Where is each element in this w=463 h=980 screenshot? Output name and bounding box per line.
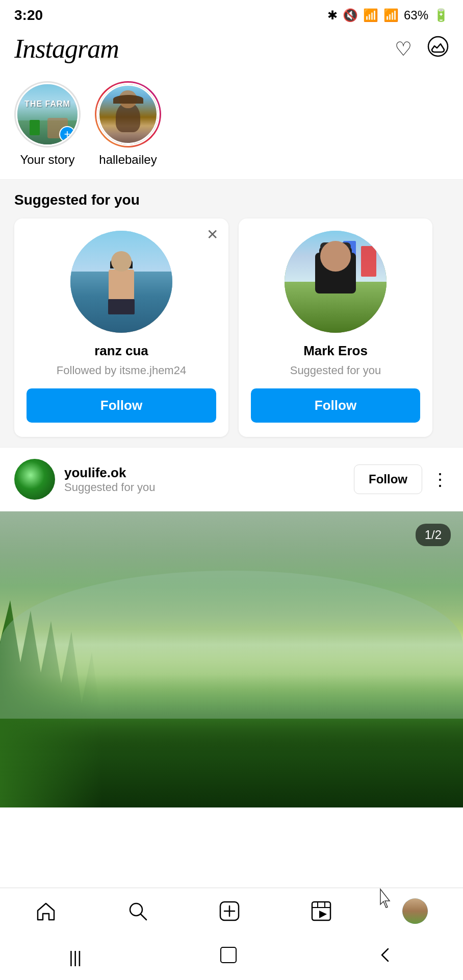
- mute-icon: 🔇: [343, 8, 358, 22]
- heart-icon[interactable]: ♡: [395, 38, 412, 60]
- close-card-ranz[interactable]: ✕: [207, 228, 218, 242]
- menu-nav-icon[interactable]: |||: [69, 948, 82, 967]
- add-story-badge[interactable]: +: [59, 126, 75, 142]
- follow-mark-button[interactable]: Follow: [251, 388, 420, 423]
- header-icons: ♡: [395, 36, 449, 62]
- bottom-nav: [0, 888, 463, 934]
- post-suggestion-info: youlife.ok Suggested for you: [64, 465, 345, 494]
- stories-section: THE FARM + Your story h: [0, 73, 463, 180]
- ranz-subtitle: Followed by itsme.jhem24: [27, 364, 216, 377]
- system-nav: |||: [0, 934, 463, 980]
- instagram-logo: Instagram: [14, 34, 119, 64]
- home-nav-icon[interactable]: [35, 900, 57, 922]
- suggested-title: Suggested for you: [0, 192, 463, 218]
- svg-line-2: [141, 914, 146, 920]
- header: Instagram ♡: [0, 29, 463, 73]
- bluetooth-icon: ✱: [327, 8, 338, 22]
- status-time: 3:20: [14, 7, 43, 23]
- youlife-username: youlife.ok: [64, 465, 345, 481]
- post-suggestion-row: youlife.ok Suggested for you Follow ⋮: [0, 447, 463, 511]
- suggestion-card-ranz: ✕: [14, 218, 228, 437]
- messenger-icon[interactable]: [427, 36, 449, 62]
- reels-nav-icon[interactable]: [311, 900, 332, 922]
- ranz-avatar[interactable]: [70, 231, 172, 333]
- your-story-avatar: THE FARM +: [16, 83, 79, 146]
- post-counter-badge: 1/2: [416, 524, 451, 546]
- youlife-subtitle: Suggested for you: [64, 481, 345, 494]
- wifi-icon: 📶: [363, 8, 378, 22]
- battery-indicator: 63%: [404, 8, 428, 22]
- hallebailey-story-label: hallebailey: [99, 153, 157, 167]
- youlife-avatar[interactable]: [14, 459, 55, 500]
- hallebailey-story-item[interactable]: hallebailey: [95, 81, 161, 167]
- mark-avatar[interactable]: [285, 231, 387, 333]
- search-nav-icon[interactable]: [127, 900, 148, 922]
- more-options-icon[interactable]: ⋮: [431, 469, 449, 489]
- svg-marker-10: [319, 911, 327, 918]
- your-story-label: Your story: [20, 153, 74, 167]
- add-nav-icon[interactable]: [219, 900, 240, 922]
- ranz-name: ranz cua: [27, 343, 216, 359]
- battery-icon: 🔋: [433, 8, 449, 22]
- signal-icon: 📶: [383, 8, 399, 22]
- svg-rect-6: [312, 902, 330, 920]
- back-nav-icon[interactable]: [376, 946, 394, 968]
- status-icons: ✱ 🔇 📶 📶 63% 🔋: [327, 8, 449, 22]
- suggested-section: Suggested for you ✕: [0, 180, 463, 447]
- post-image: 1/2: [0, 511, 463, 807]
- mark-name: Mark Eros: [251, 343, 420, 359]
- follow-youlife-button[interactable]: Follow: [354, 464, 422, 494]
- follow-ranz-button[interactable]: Follow: [27, 388, 216, 423]
- hallebailey-story-ring: [95, 81, 161, 148]
- mark-subtitle: Suggested for you: [251, 364, 420, 377]
- profile-nav-icon[interactable]: [402, 898, 428, 924]
- suggestion-card-mark: Mark Eros Suggested for you Follow: [239, 218, 432, 437]
- your-story-ring: THE FARM +: [14, 81, 81, 148]
- post-suggestion-actions: Follow ⋮: [354, 464, 449, 494]
- hallebailey-story-avatar: [96, 83, 160, 146]
- status-bar: 3:20 ✱ 🔇 📶 📶 63% 🔋: [0, 0, 463, 29]
- svg-rect-11: [221, 947, 236, 963]
- suggested-cards: ✕: [0, 218, 463, 437]
- your-story-item[interactable]: THE FARM + Your story: [14, 81, 81, 167]
- home-sys-icon[interactable]: [219, 946, 238, 968]
